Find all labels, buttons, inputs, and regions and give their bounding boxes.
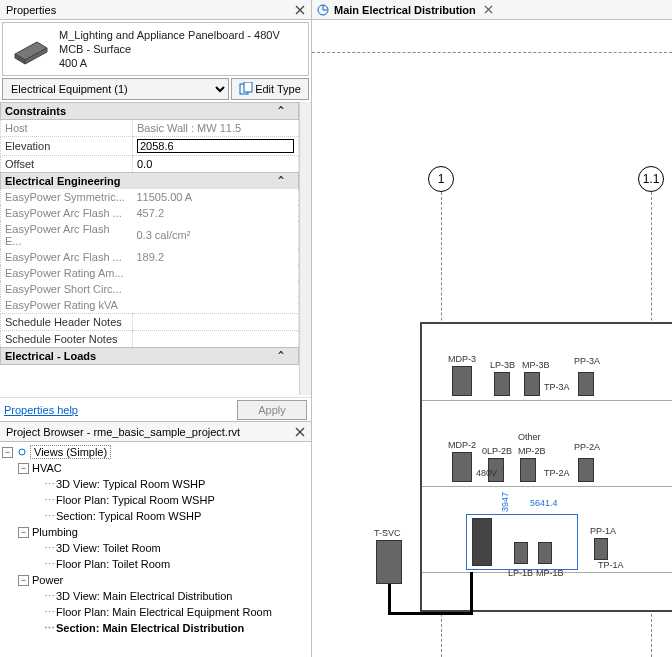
prop-sched-header-notes[interactable]: Schedule Header Notes <box>1 314 299 331</box>
drawing-canvas[interactable]: 1 1.1 MDP-3 LP-3B MP-3B PP-3A TP-3A MDP-… <box>312 20 672 657</box>
properties-grid: Constraints^ Host Basic Wall : MW 11.5 E… <box>0 102 311 422</box>
group-constraints[interactable]: Constraints^ <box>1 103 299 120</box>
chevron-up-icon: ^ <box>276 105 286 116</box>
category-dropdown[interactable]: Electrical Equipment (1) <box>2 78 229 100</box>
prop-ep-row: EasyPower Arc Flash ...189.2 <box>1 249 299 265</box>
collapse-icon[interactable]: − <box>18 575 29 586</box>
tree-leaf[interactable]: ⋯3D View: Main Electrical Distribution <box>0 588 311 604</box>
svg-rect-4 <box>244 82 252 92</box>
project-browser-tree: − Views (Simple) −HVAC ⋯3D View: Typical… <box>0 442 311 657</box>
prop-ep-row: EasyPower Rating kVA <box>1 297 299 314</box>
tree-leaf[interactable]: ⋯Floor Plan: Main Electrical Equipment R… <box>0 604 311 620</box>
tree-leaf-active[interactable]: ⋯Section: Main Electrical Distribution <box>0 620 311 636</box>
properties-title: Properties <box>6 4 56 16</box>
prop-offset[interactable]: Offset 0.0 <box>1 156 299 173</box>
group-electrical-engineering[interactable]: Electrical Engineering^ <box>1 173 299 190</box>
view-tab-bar: Main Electrical Distribution <box>312 0 672 20</box>
prop-ep-row: EasyPower Arc Flash E...0.3 cal/cm² <box>1 221 299 249</box>
panel-lp3b[interactable] <box>494 372 510 396</box>
type-thumbnail <box>7 30 53 68</box>
panel-mp1b[interactable] <box>538 542 552 564</box>
tree-icon <box>16 446 28 458</box>
project-browser-header: Project Browser - rme_basic_sample_proje… <box>0 422 311 442</box>
type-selector[interactable]: M_Lighting and Appliance Panelboard - 48… <box>2 22 309 76</box>
collapse-icon[interactable]: − <box>2 447 13 458</box>
close-icon[interactable] <box>293 3 307 17</box>
prop-ep-row: EasyPower Symmetric...11505.00 A <box>1 189 299 205</box>
project-browser-title: Project Browser - rme_basic_sample_proje… <box>6 426 240 438</box>
prop-host: Host Basic Wall : MW 11.5 <box>1 120 299 137</box>
apply-button[interactable]: Apply <box>237 400 307 420</box>
panel-pp2a[interactable] <box>578 458 594 482</box>
section-view-icon <box>316 3 330 17</box>
panel-mdp2[interactable] <box>452 452 472 482</box>
panel-mp2b[interactable] <box>520 458 536 482</box>
panel-pp3a[interactable] <box>578 372 594 396</box>
svg-point-5 <box>19 449 25 455</box>
edit-type-icon <box>239 82 253 96</box>
panel-mp3b[interactable] <box>524 372 540 396</box>
tree-power[interactable]: −Power <box>0 572 311 588</box>
tree-leaf[interactable]: ⋯Section: Typical Room WSHP <box>0 508 311 524</box>
transformer-tsvc[interactable] <box>376 540 402 584</box>
tree-hvac[interactable]: −HVAC <box>0 460 311 476</box>
close-icon[interactable] <box>293 425 307 439</box>
tree-leaf[interactable]: ⋯3D View: Typical Room WSHP <box>0 476 311 492</box>
chevron-up-icon: ^ <box>276 175 286 186</box>
collapse-icon[interactable]: − <box>18 463 29 474</box>
type-size: 400 A <box>59 56 304 70</box>
panel-lp1b[interactable] <box>514 542 528 564</box>
tree-plumbing[interactable]: −Plumbing <box>0 524 311 540</box>
panel-main[interactable] <box>472 518 492 566</box>
grid-bubble-1[interactable]: 1 <box>428 166 454 192</box>
properties-header: Properties <box>0 0 311 20</box>
type-family: M_Lighting and Appliance Panelboard - 48… <box>59 28 304 56</box>
collapse-icon[interactable]: − <box>18 527 29 538</box>
tree-views-root[interactable]: − Views (Simple) <box>0 444 311 460</box>
panel-mdp3[interactable] <box>452 366 472 396</box>
prop-ep-row: EasyPower Arc Flash ...457.2 <box>1 205 299 221</box>
panel-pp1a[interactable] <box>594 538 608 560</box>
view-tab-label[interactable]: Main Electrical Distribution <box>334 4 476 16</box>
type-text: M_Lighting and Appliance Panelboard - 48… <box>59 28 304 70</box>
prop-sched-footer-notes[interactable]: Schedule Footer Notes <box>1 331 299 348</box>
tab-close-icon[interactable] <box>484 4 493 16</box>
grid-bubble-1-1[interactable]: 1.1 <box>638 166 664 192</box>
tree-leaf[interactable]: ⋯3D View: Toilet Room <box>0 540 311 556</box>
tree-leaf[interactable]: ⋯Floor Plan: Typical Room WSHP <box>0 492 311 508</box>
group-electrical-loads[interactable]: Electrical - Loads^ <box>1 348 299 365</box>
scrollbar[interactable] <box>299 102 311 395</box>
prop-ep-row: EasyPower Rating Am... <box>1 265 299 281</box>
prop-elevation[interactable]: Elevation 2058.6 <box>1 137 299 156</box>
properties-help-link[interactable]: Properties help <box>4 404 78 416</box>
chevron-up-icon: ^ <box>276 350 286 361</box>
prop-ep-row: EasyPower Short Circ... <box>1 281 299 297</box>
tree-leaf[interactable]: ⋯Floor Plan: Toilet Room <box>0 556 311 572</box>
edit-type-button[interactable]: Edit Type <box>231 78 309 100</box>
